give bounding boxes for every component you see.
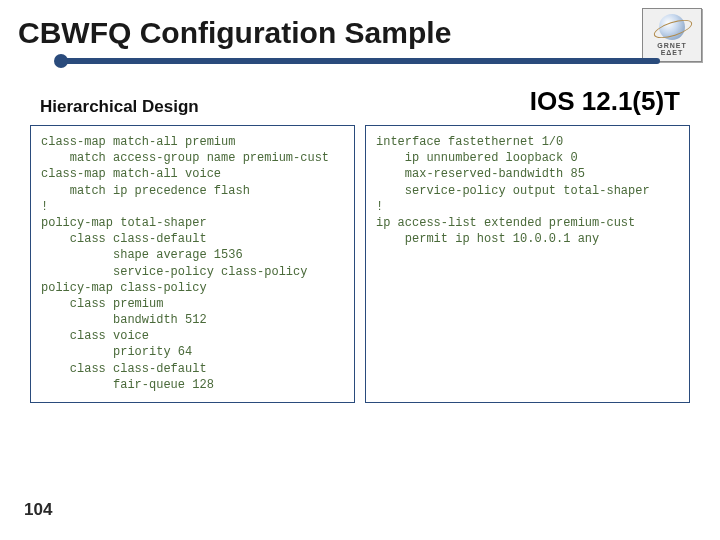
subheader-left: Hierarchical Design <box>40 97 199 117</box>
globe-icon <box>659 14 685 40</box>
code-box-left: class-map match-all premium match access… <box>30 125 355 403</box>
logo-text-1: GRNET <box>657 42 687 49</box>
grnet-logo: GRNET ΕΔΕΤ <box>642 8 702 62</box>
code-box-right: interface fastethernet 1/0 ip unnumbered… <box>365 125 690 403</box>
logo-text-2: ΕΔΕΤ <box>661 49 684 56</box>
code-columns: class-map match-all premium match access… <box>0 125 720 403</box>
page-number: 104 <box>24 500 52 520</box>
title-divider <box>0 58 720 72</box>
subheader-row: Hierarchical Design IOS 12.1(5)T <box>0 82 720 125</box>
slide-title: CBWFQ Configuration Sample <box>0 0 720 58</box>
subheader-right: IOS 12.1(5)T <box>530 86 680 117</box>
